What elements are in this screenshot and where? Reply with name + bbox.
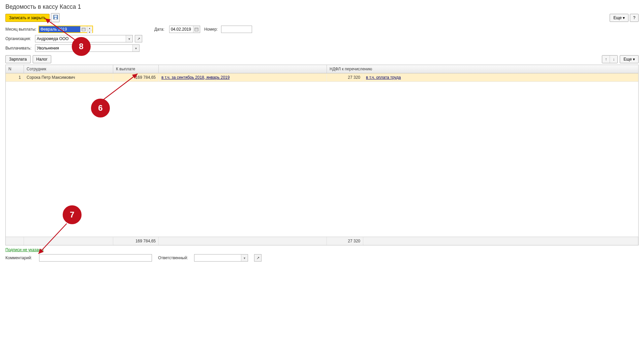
cell-topay: 169 784,65 xyxy=(113,73,159,81)
number-input[interactable] xyxy=(221,26,252,33)
callout-circle: 6 xyxy=(91,99,110,117)
tax-button[interactable]: Налог xyxy=(33,55,52,63)
date-field[interactable] xyxy=(169,26,200,33)
month-field[interactable]: ▴ ▾ xyxy=(38,26,93,33)
svg-rect-3 xyxy=(82,28,85,31)
callout-circle: 8 xyxy=(72,37,91,56)
arrow-up-icon: ↑ xyxy=(605,57,607,62)
resp-field[interactable]: ▾ xyxy=(194,254,248,262)
comment-field[interactable] xyxy=(39,254,152,262)
more-button[interactable]: Еще ▾ xyxy=(610,14,628,22)
month-label: Месяц выплаты: xyxy=(5,27,36,32)
pay-detail-link[interactable]: в т.ч. за сентябрь 2018, январь 2019 xyxy=(161,75,229,80)
chevron-down-icon: ▾ xyxy=(623,15,625,20)
col-n-header[interactable]: N xyxy=(6,65,24,73)
number-field[interactable] xyxy=(221,26,252,33)
chevron-down-icon: ▾ xyxy=(633,57,635,62)
callout-7: 7 xyxy=(63,205,82,224)
floppy-icon xyxy=(53,15,58,20)
foot-emp xyxy=(24,237,113,245)
foot-ndfl: 27 320 xyxy=(327,237,363,245)
foot-paydetail xyxy=(159,237,327,245)
cell-employee: Сорока Петр Максимович xyxy=(24,73,113,81)
month-input[interactable] xyxy=(39,26,80,32)
ndfl-detail-link[interactable]: в т.ч. оплата труда xyxy=(366,75,401,80)
month-up-icon[interactable]: ▴ xyxy=(87,26,92,30)
col-ndfl-header[interactable]: НДФЛ к перечислению xyxy=(327,65,638,73)
dropdown-icon[interactable]: ▾ xyxy=(241,255,248,261)
pay-label: Выплачивать: xyxy=(5,46,33,50)
cell-n: 1 xyxy=(6,73,24,81)
calendar-icon[interactable] xyxy=(193,26,200,33)
cell-paydetail: в т.ч. за сентябрь 2018, январь 2019 xyxy=(159,73,327,81)
foot-topay: 169 784,65 xyxy=(113,237,159,245)
external-link-icon[interactable]: ↗ xyxy=(135,35,142,42)
cell-ndfldetail: в т.ч. оплата труда xyxy=(363,73,638,81)
month-down-icon[interactable]: ▾ xyxy=(87,30,92,34)
dropdown-icon[interactable]: ▾ xyxy=(126,35,132,42)
date-input[interactable] xyxy=(170,26,193,33)
save-close-label: Записать и закрыть xyxy=(9,15,46,20)
org-label: Организация: xyxy=(5,36,33,41)
resp-label: Ответственный: xyxy=(158,256,188,260)
save-button[interactable] xyxy=(51,13,60,22)
help-button[interactable]: ? xyxy=(630,14,639,22)
comment-label: Комментарий: xyxy=(5,256,33,260)
foot-ndfldetail xyxy=(363,237,638,245)
callout-circle: 7 xyxy=(63,205,82,224)
arrow-down-icon: ↓ xyxy=(613,57,615,62)
comment-input[interactable] xyxy=(39,255,152,261)
callout-8: 8 xyxy=(72,37,91,56)
number-label: Номер: xyxy=(204,27,219,32)
date-label: Дата: xyxy=(154,27,167,32)
col-employee-header[interactable]: Сотрудник xyxy=(24,65,113,73)
more-label: Еще xyxy=(623,57,632,62)
svg-rect-2 xyxy=(55,18,57,19)
payroll-table: N Сотрудник К выплате НДФЛ к перечислени… xyxy=(5,65,639,245)
cell-ndfl: 27 320 xyxy=(327,73,363,81)
more-label: Еще xyxy=(613,15,621,20)
calendar-icon[interactable] xyxy=(80,26,87,32)
table-row[interactable]: 1 Сорока Петр Максимович 169 784,65 в т.… xyxy=(6,73,638,82)
dropdown-icon[interactable]: ▾ xyxy=(132,45,139,52)
signatures-link[interactable]: Подписи не указаны xyxy=(5,247,43,252)
foot-n xyxy=(6,237,24,245)
resp-input[interactable] xyxy=(194,255,241,261)
save-close-button[interactable]: Записать и закрыть xyxy=(5,14,50,22)
move-up-button[interactable]: ↑ xyxy=(602,56,610,63)
page-title: Ведомость в кассу Касса 1 xyxy=(2,0,642,13)
svg-rect-5 xyxy=(195,28,198,31)
svg-rect-1 xyxy=(54,15,57,17)
col-topay-header[interactable]: К выплате xyxy=(113,65,159,73)
col-paydetail-header xyxy=(159,65,327,73)
salary-button[interactable]: Зарплата xyxy=(5,55,31,63)
external-link-icon[interactable]: ↗ xyxy=(254,254,262,262)
callout-6: 6 xyxy=(91,99,110,117)
move-down-button[interactable]: ↓ xyxy=(610,56,617,63)
table-more-button[interactable]: Еще ▾ xyxy=(620,55,639,63)
